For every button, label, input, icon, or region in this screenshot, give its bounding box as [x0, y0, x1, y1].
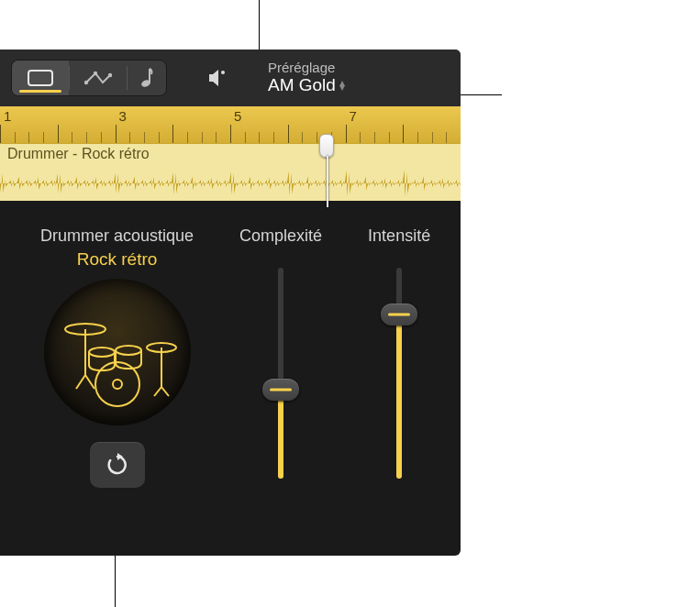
intensity-slider[interactable]: [381, 268, 417, 479]
intensity-column: Intensité: [368, 226, 430, 488]
regenerate-button[interactable]: [90, 442, 145, 488]
drummer-editor: Drummer acoustique Rock rétro: [0, 201, 461, 524]
complexity-column: Complexité: [239, 226, 322, 488]
automation-icon: [84, 70, 112, 86]
svg-point-2: [94, 72, 97, 75]
note-icon: [140, 67, 153, 89]
drummer-kit-button[interactable]: [44, 279, 191, 425]
refresh-icon: [106, 453, 129, 477]
svg-point-1: [84, 81, 88, 84]
app-window: Préréglage AM Gold ▴▾ 1357 Drummer - Roc…: [0, 50, 461, 556]
svg-point-14: [89, 348, 115, 357]
view-notes-button[interactable]: [128, 61, 166, 95]
ruler-number: 3: [119, 108, 127, 124]
ruler-number: 1: [4, 108, 11, 124]
view-mode-group: [11, 60, 167, 96]
ruler-number: 7: [350, 108, 357, 124]
waveform-icon: [0, 170, 461, 197]
svg-line-13: [161, 387, 169, 396]
top-toolbar: Préréglage AM Gold ▴▾: [0, 50, 461, 106]
svg-point-5: [221, 71, 225, 74]
preview-sound-button[interactable]: [194, 60, 240, 96]
svg-line-9: [85, 375, 94, 389]
complexity-label: Complexité: [239, 226, 322, 246]
drummer-column: Drummer acoustique Rock rétro: [40, 226, 194, 488]
intensity-label: Intensité: [368, 226, 430, 246]
chevron-updown-icon: ▴▾: [339, 81, 345, 90]
preset-dropdown[interactable]: AM Gold ▴▾: [268, 76, 345, 95]
ruler-number: 5: [234, 108, 241, 124]
drummer-region[interactable]: Drummer - Rock rétro: [0, 143, 461, 201]
svg-point-16: [95, 362, 139, 406]
drum-kit-icon: [44, 279, 191, 425]
region-label: Drummer - Rock rétro: [7, 146, 150, 162]
view-region-button[interactable]: [12, 61, 69, 95]
svg-point-15: [116, 346, 141, 355]
drummer-type-label: Drummer acoustique: [40, 226, 194, 246]
complexity-slider[interactable]: [262, 268, 299, 479]
svg-line-12: [154, 387, 161, 396]
timeline: 1357 Drummer - Rock rétro: [0, 106, 461, 201]
view-automation-button[interactable]: [70, 61, 127, 95]
svg-point-3: [108, 73, 112, 77]
preset-selector: Préréglage AM Gold ▴▾: [268, 61, 345, 94]
svg-line-8: [76, 375, 85, 389]
preset-value-text: AM Gold: [268, 76, 336, 95]
speaker-icon: [206, 68, 228, 88]
svg-rect-0: [28, 71, 52, 85]
ruler[interactable]: 1357: [0, 106, 461, 143]
svg-point-17: [113, 380, 122, 389]
preset-label: Préréglage: [268, 61, 345, 76]
drummer-style-label: Rock rétro: [77, 249, 158, 270]
rectangle-icon: [28, 70, 53, 86]
